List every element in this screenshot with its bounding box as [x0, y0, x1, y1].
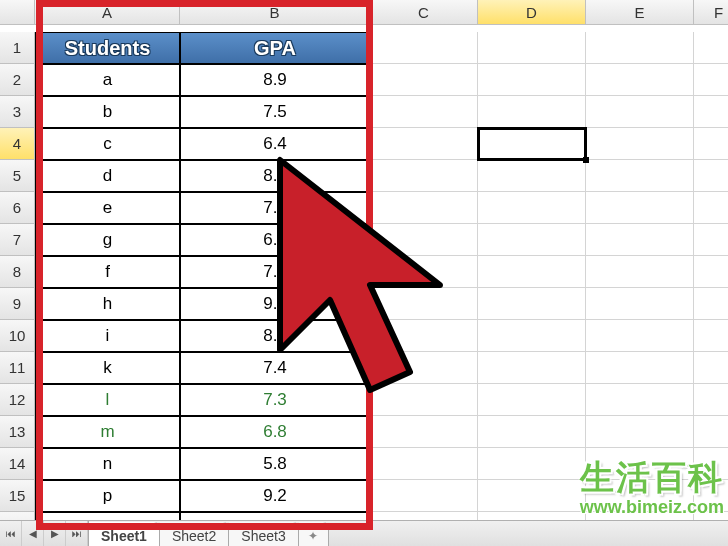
cell-C5[interactable] [370, 160, 478, 192]
table-cell[interactable]: m [35, 416, 180, 448]
cell-C8[interactable] [370, 256, 478, 288]
cell-F4[interactable] [694, 128, 728, 160]
cell-E13[interactable] [586, 416, 694, 448]
row-header-14[interactable]: 14 [0, 448, 35, 480]
table-cell[interactable]: 9.2 [180, 480, 370, 512]
cell-D1[interactable] [478, 32, 586, 64]
sheet-tab-3[interactable]: Sheet3 [229, 522, 298, 546]
table-cell[interactable]: c [35, 128, 180, 160]
column-header-B[interactable]: B [180, 0, 370, 25]
cell-E14[interactable] [586, 448, 694, 480]
row-header-7[interactable]: 7 [0, 224, 35, 256]
cell-C7[interactable] [370, 224, 478, 256]
cell-E4[interactable] [586, 128, 694, 160]
table-cell[interactable]: 9.1 [180, 288, 370, 320]
cell-E3[interactable] [586, 96, 694, 128]
nav-prev-icon[interactable]: ◀ [22, 521, 44, 546]
cell-F15[interactable] [694, 480, 728, 512]
cell-E9[interactable] [586, 288, 694, 320]
spreadsheet-grid[interactable]: ABCDEF1StudentsGPA2a8.93b7.54c6.45d8.16e… [0, 0, 728, 544]
sheet-tab-2[interactable]: Sheet2 [160, 522, 229, 546]
table-cell[interactable]: a [35, 64, 180, 96]
table-cell[interactable]: k [35, 352, 180, 384]
nav-last-icon[interactable]: ⏭ [66, 521, 88, 546]
table-cell[interactable]: d [35, 160, 180, 192]
cell-D10[interactable] [478, 320, 586, 352]
table-cell[interactable]: 8.5 [180, 320, 370, 352]
cell-E10[interactable] [586, 320, 694, 352]
table-cell[interactable]: 7.5 [180, 96, 370, 128]
row-header-9[interactable]: 9 [0, 288, 35, 320]
cell-E7[interactable] [586, 224, 694, 256]
table-cell[interactable]: i [35, 320, 180, 352]
cell-C2[interactable] [370, 64, 478, 96]
table-cell[interactable]: l [35, 384, 180, 416]
cell-D8[interactable] [478, 256, 586, 288]
cell-C11[interactable] [370, 352, 478, 384]
table-cell[interactable]: 7.9 [180, 256, 370, 288]
cell-D2[interactable] [478, 64, 586, 96]
row-header-13[interactable]: 13 [0, 416, 35, 448]
column-header-C[interactable]: C [370, 0, 478, 25]
cell-D4[interactable] [478, 128, 586, 160]
nav-first-icon[interactable]: ⏮ [0, 521, 22, 546]
sheet-tab-1[interactable]: Sheet1 [89, 522, 160, 546]
cell-F14[interactable] [694, 448, 728, 480]
column-header-D[interactable]: D [478, 0, 586, 25]
cell-E6[interactable] [586, 192, 694, 224]
cell-E12[interactable] [586, 384, 694, 416]
cell-D13[interactable] [478, 416, 586, 448]
table-cell[interactable]: 7.6 [180, 192, 370, 224]
cell-C9[interactable] [370, 288, 478, 320]
table-cell[interactable]: 8.9 [180, 64, 370, 96]
cell-C6[interactable] [370, 192, 478, 224]
table-cell[interactable]: 5.8 [180, 448, 370, 480]
cell-D6[interactable] [478, 192, 586, 224]
column-header-F[interactable]: F [694, 0, 728, 25]
cell-D11[interactable] [478, 352, 586, 384]
cell-F8[interactable] [694, 256, 728, 288]
cell-D12[interactable] [478, 384, 586, 416]
row-header-10[interactable]: 10 [0, 320, 35, 352]
row-header-3[interactable]: 3 [0, 96, 35, 128]
header-students[interactable]: Students [35, 32, 180, 64]
table-cell[interactable]: 7.3 [180, 384, 370, 416]
cell-F1[interactable] [694, 32, 728, 64]
table-cell[interactable]: g [35, 224, 180, 256]
cell-D5[interactable] [478, 160, 586, 192]
cell-C14[interactable] [370, 448, 478, 480]
table-cell[interactable]: 6.8 [180, 416, 370, 448]
row-header-8[interactable]: 8 [0, 256, 35, 288]
cell-D7[interactable] [478, 224, 586, 256]
cell-E2[interactable] [586, 64, 694, 96]
table-cell[interactable]: f [35, 256, 180, 288]
header-gpa[interactable]: GPA [180, 32, 370, 64]
row-header-6[interactable]: 6 [0, 192, 35, 224]
cell-C1[interactable] [370, 32, 478, 64]
cell-F10[interactable] [694, 320, 728, 352]
cell-F2[interactable] [694, 64, 728, 96]
cell-C3[interactable] [370, 96, 478, 128]
table-cell[interactable]: n [35, 448, 180, 480]
cell-E1[interactable] [586, 32, 694, 64]
table-cell[interactable]: p [35, 480, 180, 512]
cell-F3[interactable] [694, 96, 728, 128]
row-header-5[interactable]: 5 [0, 160, 35, 192]
nav-next-icon[interactable]: ▶ [44, 521, 66, 546]
cell-E15[interactable] [586, 480, 694, 512]
cell-C12[interactable] [370, 384, 478, 416]
cell-E5[interactable] [586, 160, 694, 192]
row-header-1[interactable]: 1 [0, 32, 35, 64]
row-header-11[interactable]: 11 [0, 352, 35, 384]
cell-D3[interactable] [478, 96, 586, 128]
row-header-2[interactable]: 2 [0, 64, 35, 96]
table-cell[interactable]: 8.1 [180, 160, 370, 192]
cell-F9[interactable] [694, 288, 728, 320]
table-cell[interactable]: e [35, 192, 180, 224]
table-cell[interactable]: b [35, 96, 180, 128]
cell-C15[interactable] [370, 480, 478, 512]
select-all-corner[interactable] [0, 0, 35, 25]
cell-F7[interactable] [694, 224, 728, 256]
cell-D14[interactable] [478, 448, 586, 480]
table-cell[interactable]: 6.9 [180, 224, 370, 256]
